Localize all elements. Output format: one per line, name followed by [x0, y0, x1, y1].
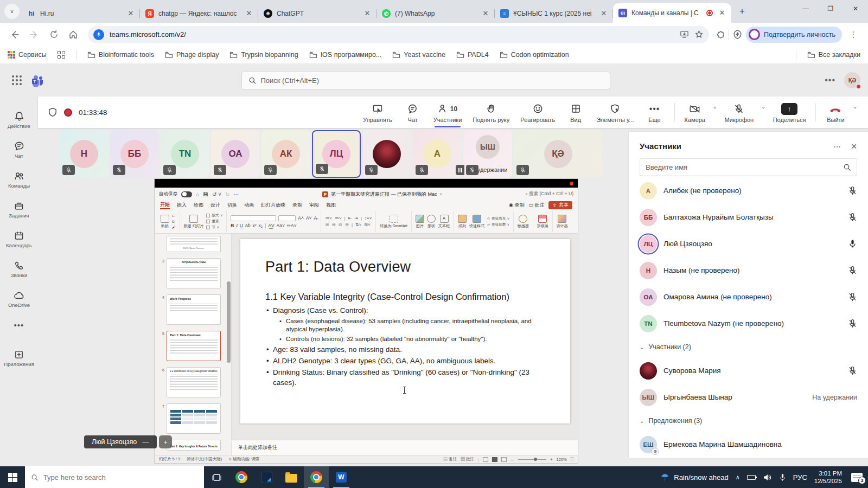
participant-tile-active-speaker[interactable]: ЛЦ	[312, 130, 361, 178]
tab-chatgpt[interactable]: ✳ ChatGPT ✕	[258, 4, 376, 23]
rail-onedrive[interactable]: OneDrive	[0, 284, 38, 314]
file-explorer-icon[interactable]	[279, 466, 304, 488]
sensitivity-button[interactable]: 敏感度	[518, 215, 529, 228]
rail-more-icon[interactable]: •••	[0, 314, 38, 336]
shared-screen-powerpoint[interactable]: 自动保存 ⌂ 💾︎ ↺ ˅ ↻ ⋯ P 第一学期期末研究进展汇报 — 已保存到我…	[155, 179, 578, 463]
leave-options-chevron-icon[interactable]: ⌄	[853, 104, 857, 110]
rail-assignments[interactable]: Задания	[0, 195, 38, 224]
home-button[interactable]	[65, 27, 81, 43]
chrome-taskbar-icon[interactable]	[229, 466, 254, 488]
section-button[interactable]: 节 ˅	[206, 225, 222, 230]
tab-close-icon[interactable]: ✕	[126, 9, 136, 18]
participant-tile[interactable]: ББ	[110, 130, 159, 178]
zoom-slider[interactable]	[518, 459, 546, 460]
comments-toggle[interactable]: ▦ 批注	[461, 457, 474, 462]
ppt-doc-title[interactable]: 第一学期期末研究进展汇报 — 已保存到我的 Mac	[331, 191, 437, 198]
ppt-tab-view[interactable]: 视图	[326, 202, 336, 209]
ppt-tab-insert[interactable]: 插入	[177, 202, 187, 209]
bookmark-folder[interactable]: Yeast vaccine	[392, 51, 445, 59]
tab-close-icon[interactable]: ✕	[362, 9, 372, 18]
dismiss-suggestion-icon[interactable]: ⊗	[652, 448, 659, 455]
current-slide[interactable]: Part 1: Data Overview 1.1 Key Variable I…	[240, 239, 570, 423]
reload-button[interactable]	[46, 27, 62, 43]
thumbnails-scrollbar[interactable]	[227, 281, 231, 363]
participants-button[interactable]: 10 Участники	[429, 100, 467, 125]
apps-shortcut-icon[interactable]	[58, 51, 65, 59]
mic-off-icon[interactable]	[848, 213, 857, 222]
ppt-slide-canvas[interactable]: Part 1: Data Overview 1.1 Key Variable I…	[232, 234, 578, 440]
quick-styles-button[interactable]: 快速样式	[469, 215, 484, 228]
chat-button[interactable]: Чат	[399, 100, 427, 125]
identity-chip[interactable]: Подтвердить личность	[746, 27, 842, 43]
zoom-in-button[interactable]: +	[550, 457, 552, 462]
participant-row[interactable]: ОА Омарова Амина (не проверено)	[640, 284, 857, 310]
thumbnail-slide-6[interactable]: 6 1.2 Distribution of Key Categorical Va…	[158, 367, 226, 397]
react-button[interactable]: Реагировать	[516, 100, 559, 125]
slideshow-view-button[interactable]	[501, 457, 507, 462]
mic-off-icon[interactable]	[848, 319, 857, 328]
rail-calls[interactable]: Звонки	[0, 254, 38, 284]
participant-tile-on-hold[interactable]: ЫШ На удержании	[463, 130, 512, 178]
word-taskbar-icon[interactable]: W	[329, 466, 354, 488]
bookmark-folder[interactable]: IOS программиро...	[309, 51, 382, 59]
mic-options-chevron-icon[interactable]: ⌄	[761, 104, 765, 110]
close-button[interactable]: ✕	[843, 0, 868, 17]
font-style-buttons[interactable]: BIUabx²x₂|A͟VAa˅✏A˅	[231, 223, 296, 228]
thumbnail-slide-7[interactable]: 7	[158, 403, 226, 434]
ppt-tab-record[interactable]: 录制	[292, 202, 302, 209]
undo-icon[interactable]: ↺ ˅	[212, 191, 221, 197]
textbox-button[interactable]: A文本框	[438, 215, 450, 228]
camera-button[interactable]: Камера	[680, 100, 710, 125]
task-view-button[interactable]	[204, 466, 229, 488]
redo-icon[interactable]: ↻	[225, 191, 229, 197]
tab-teams-active[interactable]: űi Команды и каналы | С ✕	[613, 3, 731, 23]
participants-search[interactable]	[640, 158, 857, 176]
bookmark-folder[interactable]: Bioinformatic tools	[87, 51, 154, 59]
bookmark-folder[interactable]: Codon optimization	[500, 51, 569, 59]
font-size-select[interactable]	[278, 215, 296, 221]
participants-search-input[interactable]	[646, 163, 839, 171]
thumbnail-slide-5-selected[interactable]: 5 Part 1: Data Overview	[158, 331, 226, 361]
tab-hiru[interactable]: hi Hi.ru ✕	[22, 4, 140, 23]
teams-search[interactable]	[241, 72, 610, 89]
rail-apps[interactable]: Приложения	[0, 343, 38, 373]
ppt-comments-button[interactable]: ▭ 批注	[528, 202, 544, 209]
view-button[interactable]: Вид	[561, 100, 590, 125]
mic-off-icon[interactable]	[848, 366, 857, 375]
thumbnail-slide-4[interactable]: 4 Work Progress	[158, 294, 226, 325]
participant-row[interactable]: Н Назым (не проверено)	[640, 257, 857, 284]
shape-button[interactable]: 形状	[427, 215, 436, 228]
back-button[interactable]	[7, 27, 23, 43]
site-mic-permission-icon[interactable]	[93, 29, 104, 40]
my-avatar[interactable]: ҚӘ	[844, 72, 860, 88]
autosave-toggle[interactable]	[181, 191, 192, 197]
mic-on-icon[interactable]	[848, 239, 857, 248]
layout-button[interactable]: 版式 ˅	[206, 213, 222, 218]
bookmark-folder[interactable]: PADL4	[456, 51, 489, 59]
zoom-in-overlay-button[interactable]: +	[159, 435, 172, 448]
new-slide-button[interactable]: 新建 幻灯片	[184, 215, 204, 228]
waffle-menu-icon[interactable]	[12, 75, 22, 85]
start-button[interactable]	[0, 466, 25, 488]
shape-outline-button[interactable]: ▱ 形状轮廓 ˅	[487, 222, 509, 227]
more-button[interactable]: ••• Еще	[641, 100, 669, 125]
thumbnail-slide-3[interactable]: 3 Актуальность темы	[158, 258, 226, 288]
designer-button[interactable]: 设计器	[557, 215, 568, 228]
leave-button[interactable]: Выйти	[821, 100, 850, 125]
new-tab-button[interactable]: +	[735, 4, 750, 19]
zoom-out-overlay-icon[interactable]: —	[142, 438, 149, 446]
bookmark-folder[interactable]: Trypsin biopanning	[229, 51, 298, 59]
shape-fill-button[interactable]: ◇ 形状填充 ˅	[487, 216, 509, 221]
normal-view-button[interactable]	[483, 457, 488, 462]
raise-hand-button[interactable]: Поднять руку	[468, 100, 514, 125]
tab-close-icon[interactable]: ✕	[481, 9, 490, 18]
weather-widget[interactable]: ☂ Rain/snow ahead	[661, 472, 729, 483]
ppt-tab-home[interactable]: 开始	[160, 201, 170, 209]
slide-sorter-view-button[interactable]	[492, 457, 497, 462]
meeting-elements-button[interactable]: Элементы у...	[592, 100, 638, 125]
browser-menu-kebab-icon[interactable]: ⋮	[845, 27, 861, 43]
maximize-button[interactable]: ❐	[818, 0, 843, 17]
panel-close-icon[interactable]: ✕	[851, 142, 857, 151]
battery-icon[interactable]	[747, 475, 756, 480]
tab-close-icon[interactable]: ✕	[599, 9, 609, 18]
